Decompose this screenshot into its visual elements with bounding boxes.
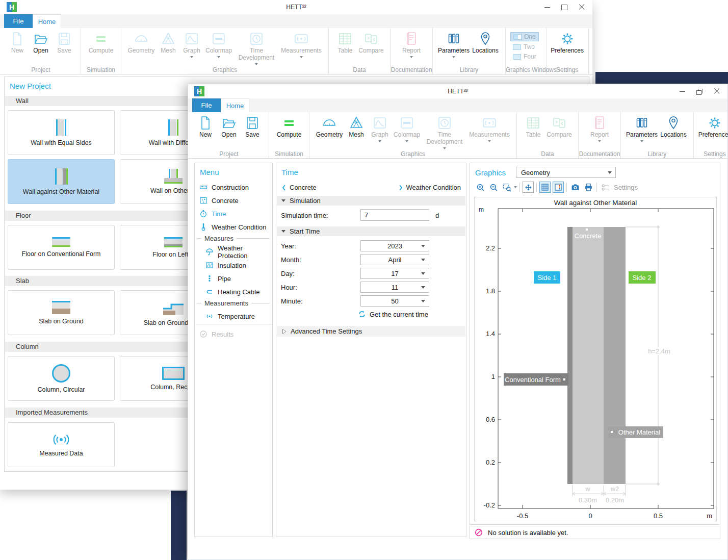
hour-select[interactable]: 11 bbox=[360, 282, 429, 293]
preferences-icon bbox=[560, 31, 575, 46]
zoom-box-button[interactable] bbox=[501, 182, 512, 193]
colorbar-toggle-button[interactable] bbox=[553, 182, 564, 193]
time-development-button[interactable]: Time Development bbox=[234, 30, 279, 65]
compute-button[interactable]: Compute bbox=[274, 114, 304, 139]
year-select[interactable]: 2023 bbox=[360, 240, 429, 251]
side2-label: Side 2 bbox=[633, 274, 652, 282]
restore-button[interactable] bbox=[691, 85, 708, 98]
tile-slab-on-ground[interactable]: Slab on Ground bbox=[8, 290, 115, 335]
save-button[interactable]: Save bbox=[241, 114, 264, 139]
geometry-plot[interactable]: Wall against Other Material m 2.2 bbox=[474, 197, 717, 521]
table-button[interactable]: Table bbox=[522, 114, 545, 139]
measurements-button[interactable]: Measurements bbox=[279, 30, 324, 58]
print-button[interactable] bbox=[583, 182, 594, 193]
tile-floor-conventional-form[interactable]: Floor on Conventional Form bbox=[8, 225, 115, 270]
four-windows-button[interactable]: Four bbox=[510, 53, 539, 61]
compare-button[interactable]: Compare bbox=[545, 114, 574, 139]
save-button[interactable]: Save bbox=[53, 30, 76, 55]
parameters-button[interactable]: Parameters bbox=[437, 30, 470, 58]
tab-file[interactable]: File bbox=[192, 98, 221, 112]
geometry-button[interactable]: Geometry bbox=[314, 114, 345, 139]
new-icon bbox=[10, 31, 25, 46]
menu-item-pipe[interactable]: Pipe bbox=[195, 272, 272, 285]
menu-item-insulation[interactable]: Insulation bbox=[195, 259, 272, 272]
preferences-button[interactable]: Preferences bbox=[551, 30, 584, 55]
zoom-extents-button[interactable] bbox=[523, 182, 534, 193]
dropdown-caret bbox=[443, 147, 446, 149]
simulation-time-input[interactable]: 7 bbox=[360, 209, 429, 221]
tile-wall-against-other-material[interactable]: Wall against Other Material bbox=[8, 159, 115, 204]
titlebar: H HETT²² bbox=[0, 0, 592, 14]
open-button[interactable]: Open bbox=[217, 114, 241, 139]
month-select[interactable]: April bbox=[360, 254, 429, 265]
two-windows-button[interactable]: Two bbox=[510, 43, 539, 51]
nav-previous[interactable]: Concrete bbox=[281, 184, 317, 191]
tile-wall-equal-sides[interactable]: Wall with Equal Sides bbox=[8, 110, 115, 155]
measurements-button[interactable]: Measurements bbox=[467, 114, 512, 142]
graph-button[interactable]: Graph bbox=[180, 30, 203, 58]
close-button[interactable] bbox=[708, 85, 725, 98]
colormap-button[interactable]: Colormap bbox=[203, 30, 234, 58]
x-axis-unit: m bbox=[707, 512, 712, 520]
locations-button[interactable]: Locations bbox=[470, 30, 501, 55]
new-button[interactable]: New bbox=[194, 114, 217, 139]
day-select[interactable]: 17 bbox=[360, 268, 429, 279]
mesh-button[interactable]: Mesh bbox=[157, 30, 180, 55]
group-label: Graphics bbox=[309, 150, 516, 158]
geometry-button[interactable]: Geometry bbox=[126, 30, 157, 55]
zoom-in-button[interactable] bbox=[475, 182, 486, 193]
group-label: Graphics bbox=[121, 66, 328, 73]
umbrella-icon bbox=[205, 248, 214, 256]
section-simulation[interactable]: Simulation bbox=[277, 196, 465, 206]
tab-home[interactable]: Home bbox=[221, 98, 249, 112]
tab-home[interactable]: Home bbox=[33, 14, 61, 28]
section-advanced-time-settings[interactable]: Advanced Time Settings bbox=[277, 326, 465, 337]
one-window-button[interactable]: One bbox=[510, 32, 539, 41]
minimize-button[interactable] bbox=[538, 1, 556, 14]
zoom-out-button[interactable] bbox=[488, 182, 499, 193]
grid-toggle-button[interactable] bbox=[539, 182, 551, 193]
group-label: Graphics Windows bbox=[506, 66, 546, 73]
minimize-button[interactable] bbox=[673, 85, 691, 98]
compute-button[interactable]: Compute bbox=[86, 30, 116, 55]
group-label: Data bbox=[517, 150, 578, 158]
table-button[interactable]: Table bbox=[333, 30, 357, 55]
locations-button[interactable]: Locations bbox=[658, 114, 689, 139]
minute-label: Minute: bbox=[281, 297, 303, 305]
tile-column-circular[interactable]: Column, Circular bbox=[8, 356, 115, 401]
menu-item-concrete[interactable]: Concrete bbox=[195, 194, 272, 207]
get-current-time-button[interactable]: Get the current time bbox=[358, 310, 428, 318]
report-button[interactable]: Report bbox=[583, 114, 616, 142]
open-button[interactable]: Open bbox=[29, 30, 53, 55]
compare-button[interactable]: Compare bbox=[357, 30, 385, 55]
other-material-region bbox=[604, 227, 626, 484]
menu-item-weather-protection[interactable]: Weather Protection bbox=[195, 245, 272, 259]
plot-settings-label[interactable]: Settings bbox=[614, 184, 638, 191]
year-label: Year: bbox=[281, 242, 296, 250]
menu-item-results[interactable]: Results bbox=[195, 327, 272, 341]
report-button[interactable]: Report bbox=[395, 30, 428, 58]
menu-item-construction[interactable]: Construction bbox=[195, 181, 272, 194]
parameters-button[interactable]: Parameters bbox=[626, 114, 658, 142]
new-button[interactable]: New bbox=[6, 30, 29, 55]
colormap-button[interactable]: Colormap bbox=[392, 114, 422, 142]
time-development-button[interactable]: Time Development bbox=[422, 114, 467, 149]
close-icon bbox=[579, 4, 585, 10]
menu-item-time[interactable]: Time bbox=[195, 207, 272, 220]
minute-select[interactable]: 50 bbox=[360, 295, 429, 307]
nav-next[interactable]: Weather Condition bbox=[398, 184, 461, 191]
preferences-button[interactable]: Preferences bbox=[698, 114, 728, 139]
graphics-view-select[interactable]: Geometry bbox=[516, 167, 616, 178]
tab-file[interactable]: File bbox=[4, 14, 33, 28]
maximize-button[interactable] bbox=[556, 1, 573, 14]
close-button[interactable] bbox=[573, 1, 590, 14]
graph-button[interactable]: Graph bbox=[368, 114, 392, 142]
tile-measured-data[interactable]: Measured Data bbox=[8, 422, 115, 467]
section-start-time[interactable]: Start Time bbox=[277, 226, 465, 236]
mesh-button[interactable]: Mesh bbox=[345, 114, 368, 139]
zoom-options-caret[interactable] bbox=[514, 186, 517, 188]
snapshot-button[interactable] bbox=[569, 182, 581, 193]
colorbar-icon bbox=[554, 183, 562, 191]
menu-item-temperature[interactable]: Temperature bbox=[195, 310, 272, 323]
plot-settings-button[interactable] bbox=[600, 182, 611, 193]
